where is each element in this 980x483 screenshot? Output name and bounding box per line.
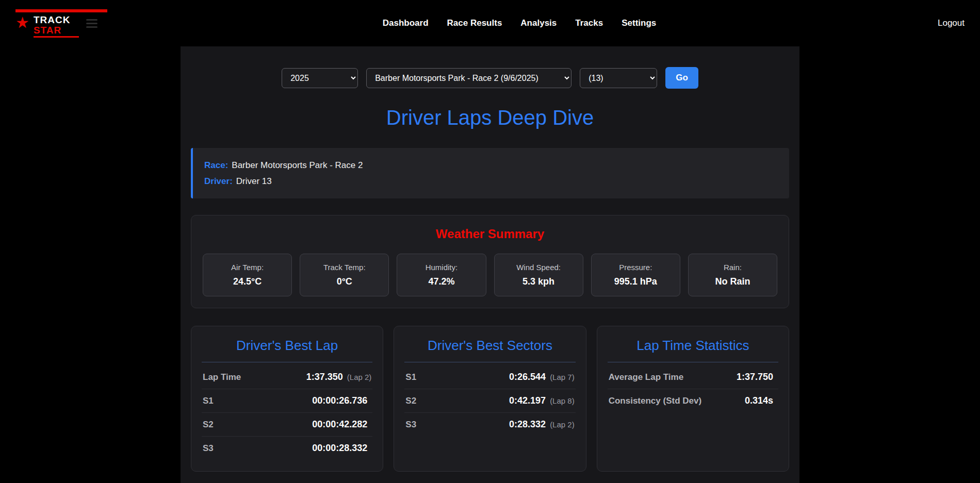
- go-button[interactable]: Go: [665, 67, 698, 89]
- row-note: (Lap 8): [550, 396, 575, 405]
- nav-race-results[interactable]: Race Results: [447, 18, 502, 28]
- race-info-line: Race:Barber Motorsports Park - Race 2: [204, 157, 778, 173]
- stat-label: Air Temp:: [207, 263, 287, 272]
- table-row: S2 00:00:42.282: [202, 413, 372, 437]
- table-row: S1 00:00:26.736: [202, 389, 372, 413]
- lap-stats-card-title: Lap Time Statistics: [608, 338, 778, 362]
- stat-value: 0°C: [304, 276, 384, 287]
- driver-info-line: Driver:Driver 13: [204, 173, 778, 189]
- best-lap-card-title: Driver's Best Lap: [202, 338, 372, 362]
- table-row: Consistency (Std Dev) 0.314s: [608, 389, 778, 412]
- row-value: 00:00:26.736: [312, 395, 367, 406]
- best-sectors-card: Driver's Best Sectors S1 0:26.544(Lap 7)…: [394, 326, 586, 472]
- table-row: S3 00:00:28.332: [202, 437, 372, 460]
- cards-grid: Driver's Best Lap Lap Time 1:37.350(Lap …: [191, 326, 789, 472]
- logo-top-bar: [15, 9, 107, 12]
- row-value: 00:00:42.282: [312, 419, 367, 429]
- logo-text-track: TRACK: [34, 15, 79, 25]
- top-nav-bar: ★ TRACK STAR Dashboard Race Results Anal…: [0, 0, 980, 46]
- race-select[interactable]: Barber Motorsports Park - Race 2 (9/6/20…: [366, 68, 571, 88]
- weather-summary-card: Weather Summary Air Temp: 24.5°C Track T…: [191, 215, 789, 308]
- row-value: 1:37.750: [737, 372, 773, 382]
- table-row: Average Lap Time 1:37.750: [608, 365, 778, 389]
- row-value: 00:00:28.332: [312, 443, 367, 453]
- stat-label: Humidity:: [401, 263, 481, 272]
- weather-stat-humidity: Humidity: 47.2%: [397, 254, 486, 296]
- weather-stats-row: Air Temp: 24.5°C Track Temp: 0°C Humidit…: [203, 254, 777, 296]
- trackstar-logo[interactable]: ★ TRACK STAR: [15, 9, 107, 38]
- stat-value: 24.5°C: [207, 276, 287, 287]
- main-nav: Dashboard Race Results Analysis Tracks S…: [383, 18, 656, 28]
- row-note: (Lap 2): [550, 420, 575, 429]
- row-label: S1: [203, 396, 214, 406]
- table-row: Lap Time 1:37.350(Lap 2): [202, 365, 372, 389]
- hamburger-menu-icon[interactable]: [86, 19, 97, 28]
- row-label: S2: [203, 420, 214, 430]
- best-lap-card: Driver's Best Lap Lap Time 1:37.350(Lap …: [191, 326, 383, 472]
- row-value: 0:42.197: [509, 395, 546, 406]
- page-title: Driver Laps Deep Dive: [191, 106, 789, 129]
- stat-label: Track Temp:: [304, 263, 384, 272]
- stat-label: Rain:: [693, 263, 773, 272]
- stat-value: 5.3 kph: [499, 276, 579, 287]
- driver-label: Driver:: [204, 176, 233, 186]
- nav-analysis[interactable]: Analysis: [520, 18, 557, 28]
- stat-label: Wind Speed:: [499, 263, 579, 272]
- race-label: Race:: [204, 160, 228, 170]
- stat-value: 47.2%: [401, 276, 481, 287]
- row-value: 1:37.350: [306, 372, 343, 382]
- logo-underline: [34, 36, 79, 38]
- weather-stat-rain: Rain: No Rain: [688, 254, 777, 296]
- lap-stats-card: Lap Time Statistics Average Lap Time 1:3…: [597, 326, 789, 472]
- weather-stat-track-temp: Track Temp: 0°C: [300, 254, 389, 296]
- nav-tracks[interactable]: Tracks: [575, 18, 603, 28]
- nav-settings[interactable]: Settings: [622, 18, 656, 28]
- stat-value: 995.1 hPa: [596, 276, 676, 287]
- filter-row: 2025 Barber Motorsports Park - Race 2 (9…: [191, 67, 789, 89]
- main-content: 2025 Barber Motorsports Park - Race 2 (9…: [181, 46, 799, 483]
- row-note: (Lap 2): [347, 373, 372, 381]
- stat-value: No Rain: [693, 276, 773, 287]
- logo-text-star: STAR: [34, 25, 79, 36]
- row-label: Average Lap Time: [609, 372, 684, 382]
- weather-summary-title: Weather Summary: [203, 227, 777, 241]
- row-label: S2: [405, 396, 416, 406]
- nav-dashboard[interactable]: Dashboard: [383, 18, 429, 28]
- table-row: S2 0:42.197(Lap 8): [404, 389, 575, 413]
- star-icon: ★: [15, 15, 29, 30]
- weather-stat-air-temp: Air Temp: 24.5°C: [203, 254, 292, 296]
- row-value: 0:28.332: [509, 419, 546, 429]
- row-label: S1: [405, 372, 416, 382]
- row-value: 0.314s: [745, 395, 773, 406]
- row-label: S3: [203, 443, 214, 454]
- row-value: 0:26.544: [509, 372, 546, 382]
- row-note: (Lap 7): [550, 373, 575, 381]
- weather-stat-wind-speed: Wind Speed: 5.3 kph: [494, 254, 583, 296]
- driver-select[interactable]: (13): [580, 68, 657, 88]
- race-value: Barber Motorsports Park - Race 2: [232, 160, 363, 170]
- table-row: S3 0:28.332(Lap 2): [404, 413, 575, 436]
- race-info-panel: Race:Barber Motorsports Park - Race 2 Dr…: [191, 148, 789, 198]
- table-row: S1 0:26.544(Lap 7): [404, 365, 575, 389]
- row-label: Consistency (Std Dev): [609, 396, 701, 406]
- row-label: Lap Time: [203, 372, 241, 382]
- row-label: S3: [405, 420, 416, 430]
- logout-link[interactable]: Logout: [938, 18, 965, 28]
- driver-value: Driver 13: [236, 176, 272, 186]
- best-sectors-card-title: Driver's Best Sectors: [404, 338, 575, 362]
- weather-stat-pressure: Pressure: 995.1 hPa: [591, 254, 680, 296]
- year-select[interactable]: 2025: [282, 68, 358, 88]
- stat-label: Pressure:: [596, 263, 676, 272]
